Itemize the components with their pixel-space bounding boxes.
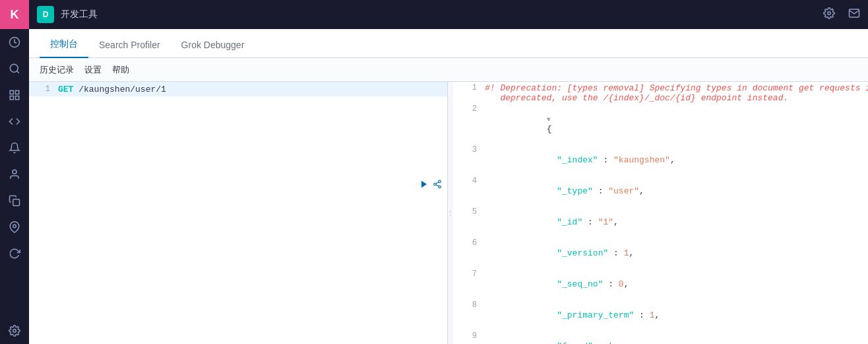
svg-rect-5 [10, 96, 13, 100]
resp-line-6: 6 "_version" : 1, [453, 237, 868, 268]
sidebar-icon-pin[interactable] [0, 214, 29, 240]
history-button[interactable]: 历史记录 [40, 64, 74, 76]
settings-button[interactable]: 设置 [84, 64, 102, 76]
sidebar: K [0, 0, 29, 344]
http-method: GET [58, 85, 73, 94]
line-number-1: 1 [34, 85, 50, 94]
tab-console[interactable]: 控制台 [40, 32, 88, 58]
resp-line-9: 9 "found" : true, [453, 330, 868, 344]
sidebar-icon-dev[interactable] [0, 108, 29, 135]
topbar: D 开发工具 [29, 0, 868, 29]
tab-grok-debugger[interactable]: Grok Debugger [171, 33, 255, 58]
resize-handle[interactable]: ⋮ [448, 82, 453, 344]
tab-search-profiler[interactable]: Search Profiler [88, 33, 171, 58]
resp-line-3: 3 "_index" : "kaungshen", [453, 144, 868, 175]
resp-line-4: 4 "_type" : "user", [453, 175, 868, 206]
query-panel: 1 GET /kaungshen/user/1 [29, 82, 448, 344]
fold-arrow-2[interactable]: ▼ [547, 116, 551, 123]
resp-line-8: 8 "_primary_term" : 1, [453, 299, 868, 330]
app-logo[interactable]: K [0, 0, 29, 29]
run-button[interactable] [419, 180, 429, 191]
resp-line-7: 7 "_seq_no" : 0, [453, 268, 868, 299]
resp-line-2: 2 ▼ { [453, 103, 868, 144]
sidebar-icon-alert[interactable] [0, 135, 29, 161]
query-actions [419, 180, 442, 191]
svg-line-2 [16, 71, 18, 73]
svg-point-7 [13, 170, 16, 174]
sidebar-icon-copy[interactable] [0, 188, 29, 214]
sidebar-icon-user[interactable] [0, 161, 29, 188]
response-panel: 1 #! Deprecation: [types removal] Specif… [453, 82, 868, 344]
svg-point-11 [828, 12, 831, 15]
mail-icon[interactable] [848, 7, 860, 22]
sidebar-icon-refresh[interactable] [0, 240, 29, 267]
toolbar: 历史记录 设置 帮助 [29, 58, 868, 82]
svg-rect-6 [16, 96, 19, 100]
help-button[interactable]: 帮助 [112, 64, 129, 76]
editor-area: 1 GET /kaungshen/user/1 [29, 82, 868, 344]
svg-point-14 [434, 183, 437, 186]
svg-line-16 [436, 185, 439, 186]
svg-rect-4 [16, 90, 19, 94]
http-path: /kaungshen/user/1 [78, 85, 166, 94]
svg-point-1 [10, 64, 18, 72]
response-editor: 1 #! Deprecation: [types removal] Specif… [453, 82, 868, 344]
svg-line-17 [436, 182, 439, 184]
svg-point-9 [13, 224, 16, 228]
sidebar-icon-search[interactable] [0, 55, 29, 82]
query-line-1: 1 GET /kaungshen/user/1 [29, 82, 447, 96]
svg-point-15 [439, 186, 441, 188]
app-title: 开发工具 [61, 9, 98, 20]
svg-point-13 [439, 180, 441, 183]
settings-icon[interactable] [823, 7, 835, 22]
query-content-1: GET /kaungshen/user/1 [58, 85, 442, 94]
query-editor[interactable]: 1 GET /kaungshen/user/1 [29, 82, 447, 344]
main-content: D 开发工具 控制台 Search Profiler Grok Debugger… [29, 0, 868, 344]
sidebar-icon-settings[interactable] [0, 318, 29, 344]
sidebar-icon-grid[interactable] [0, 82, 29, 108]
user-avatar[interactable]: D [37, 6, 54, 23]
resp-line-5: 5 "_id" : "1", [453, 206, 868, 237]
tabbar: 控制台 Search Profiler Grok Debugger [29, 29, 868, 58]
copy-button[interactable] [433, 180, 442, 191]
svg-rect-3 [10, 90, 13, 94]
sidebar-icon-clock[interactable] [0, 29, 29, 55]
svg-marker-12 [421, 181, 427, 188]
svg-point-10 [13, 329, 16, 333]
resp-line-1: 1 #! Deprecation: [types removal] Specif… [453, 82, 868, 103]
svg-rect-8 [13, 199, 20, 206]
